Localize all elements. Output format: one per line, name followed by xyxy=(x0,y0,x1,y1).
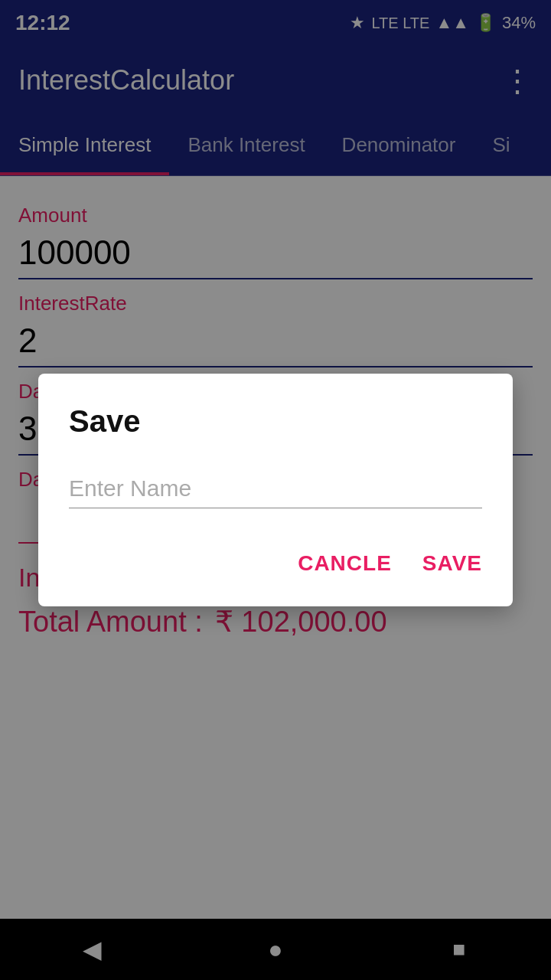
save-dialog: Save CANCLE SAVE xyxy=(38,374,513,606)
dialog-buttons: CANCLE SAVE xyxy=(69,545,482,582)
dialog-name-input[interactable] xyxy=(69,469,482,508)
dialog-save-button[interactable]: SAVE xyxy=(422,545,482,582)
cancel-button[interactable]: CANCLE xyxy=(298,545,392,582)
modal-overlay[interactable]: Save CANCLE SAVE xyxy=(0,0,551,980)
dialog-title: Save xyxy=(69,404,482,439)
